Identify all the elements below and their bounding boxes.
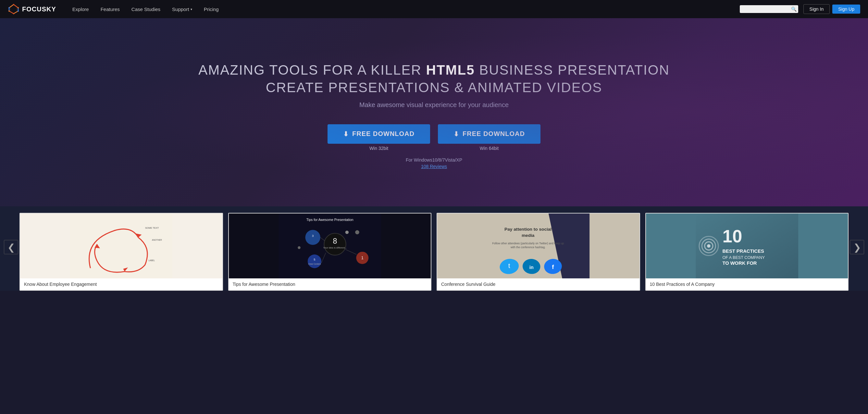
svg-text:Pay attention to social: Pay attention to social <box>504 227 552 232</box>
svg-point-1 <box>13 4 14 5</box>
svg-point-48 <box>707 244 711 248</box>
svg-text:8: 8 <box>333 237 337 245</box>
carousel-card-1[interactable]: SOME TEXT ANOTHER LABEL Know About Emplo… <box>20 213 223 291</box>
svg-text:Your idea is different...: Your idea is different... <box>323 246 347 249</box>
svg-point-3 <box>18 10 19 12</box>
svg-text:LABEL: LABEL <box>148 259 155 261</box>
card-3-art: Pay attention to social media Follow oth… <box>437 214 640 278</box>
compat-text: For Windows10/8/7Vista/XP <box>406 157 462 163</box>
svg-text:Clear Content: Clear Content <box>308 263 321 265</box>
signin-button[interactable]: Sign In <box>803 4 830 14</box>
hero-title-line1: AMAZING TOOLS FOR A KILLER HTML5 BUSINES… <box>198 62 670 78</box>
svg-text:with the conference hashtag.: with the conference hashtag. <box>510 246 545 249</box>
logo[interactable]: FOCUSKY <box>8 3 56 15</box>
nav-item-explore[interactable]: Explore <box>66 0 95 18</box>
card-1-image: SOME TEXT ANOTHER LABEL <box>20 214 222 278</box>
download-icon-2: ⬇ <box>454 130 459 138</box>
download-win32-group: ⬇ FREE DOWNLOAD Win 32bit <box>328 124 430 151</box>
download-win64-group: ⬇ FREE DOWNLOAD Win 64bit <box>438 124 540 151</box>
nav-item-case-studies[interactable]: Case Studies <box>126 0 166 18</box>
carousel-card-3[interactable]: Pay attention to social media Follow oth… <box>437 213 640 291</box>
svg-text:10: 10 <box>722 226 742 246</box>
card-1-art: SOME TEXT ANOTHER LABEL <box>20 214 222 278</box>
svg-text:5: 5 <box>314 258 315 261</box>
nav-item-pricing[interactable]: Pricing <box>198 0 225 18</box>
hero-section: AMAZING TOOLS FOR A KILLER HTML5 BUSINES… <box>0 18 868 206</box>
download-icon: ⬇ <box>343 130 349 138</box>
svg-point-16 <box>305 230 320 245</box>
card-2-label: Tips for Awesome Presentation <box>229 278 431 290</box>
nav-item-features[interactable]: Features <box>95 0 126 18</box>
svg-rect-7 <box>70 214 173 278</box>
svg-text:3: 3 <box>312 234 313 237</box>
hero-download-buttons: ⬇ FREE DOWNLOAD Win 32bit ⬇ FREE DOWNLOA… <box>328 124 540 151</box>
navbar: FOCUSKY Explore Features Case Studies Su… <box>0 0 868 18</box>
nav-item-support[interactable]: Support ▾ <box>166 0 198 18</box>
carousel-inner: SOME TEXT ANOTHER LABEL Know About Emplo… <box>0 213 868 291</box>
svg-text:ANOTHER: ANOTHER <box>152 239 162 241</box>
svg-text:OF A BEST COMPANY: OF A BEST COMPANY <box>722 255 765 260</box>
card-3-image: Pay attention to social media Follow oth… <box>437 214 640 278</box>
svg-point-21 <box>307 254 321 268</box>
reviews-link[interactable]: 108 Reviews <box>421 164 447 169</box>
card-4-image: 10 BEST PRACTICES OF A BEST COMPANY TO W… <box>646 214 848 278</box>
svg-point-30 <box>298 246 300 249</box>
card-2-art: Tips for Awesome Presentation 3 8 Your i… <box>229 214 431 278</box>
svg-text:media: media <box>522 233 535 238</box>
support-dropdown-icon: ▾ <box>190 7 192 11</box>
carousel-card-4[interactable]: 10 BEST PRACTICES OF A BEST COMPANY TO W… <box>645 213 849 291</box>
svg-text:in: in <box>529 265 534 270</box>
svg-text:TO WORK FOR: TO WORK FOR <box>722 260 757 266</box>
svg-text:Follow other attendees (partic: Follow other attendees (particularly on … <box>492 242 564 245</box>
logo-text: FOCUSKY <box>22 5 56 13</box>
win64-label: Win 64bit <box>480 146 499 151</box>
carousel-arrow-left[interactable]: ❮ <box>4 240 18 254</box>
card-1-label: Know About Employee Engagement <box>20 278 222 290</box>
svg-text:t: t <box>508 262 510 269</box>
svg-point-4 <box>13 13 14 14</box>
svg-text:SOME TEXT: SOME TEXT <box>145 226 159 229</box>
card-4-art: 10 BEST PRACTICES OF A BEST COMPANY TO W… <box>646 214 848 278</box>
download-win64-button[interactable]: ⬇ FREE DOWNLOAD <box>438 124 540 144</box>
svg-point-5 <box>8 10 10 12</box>
card-4-label: 10 Best Practices of A Company <box>646 278 848 290</box>
carousel-arrow-right[interactable]: ❯ <box>850 240 864 254</box>
carousel-cards: SOME TEXT ANOTHER LABEL Know About Emplo… <box>20 213 848 291</box>
svg-point-29 <box>345 231 349 234</box>
svg-point-6 <box>8 7 10 8</box>
nav-links: Explore Features Case Studies Support ▾ … <box>66 0 740 18</box>
svg-text:f: f <box>552 263 554 270</box>
card-3-label: Conference Survival Guide <box>437 278 640 290</box>
carousel-card-2[interactable]: Tips for Awesome Presentation 3 8 Your i… <box>228 213 432 291</box>
card-2-image: Tips for Awesome Presentation 3 8 Your i… <box>229 214 431 278</box>
search-icon: 🔍 <box>791 6 797 12</box>
search-box: 🔍 <box>740 5 798 13</box>
svg-point-31 <box>355 230 359 234</box>
svg-text:1: 1 <box>361 256 363 260</box>
svg-point-2 <box>18 7 19 8</box>
signup-button[interactable]: Sign Up <box>832 4 860 13</box>
svg-text:BEST PRACTICES: BEST PRACTICES <box>722 249 764 254</box>
win32-label: Win 32bit <box>369 146 388 151</box>
carousel-section: ❮ SOME TEXT ANOT <box>0 206 868 291</box>
download-win32-button[interactable]: ⬇ FREE DOWNLOAD <box>328 124 430 144</box>
hero-title-line2: CREATE PRESENTATIONS & ANIMATED VIDEOS <box>266 80 602 95</box>
hero-subtitle: Make awesome visual experience for your … <box>359 101 509 109</box>
svg-text:Tips for Awesome Presentation: Tips for Awesome Presentation <box>306 218 353 222</box>
logo-icon <box>8 3 20 15</box>
search-input[interactable] <box>742 6 791 12</box>
svg-rect-44 <box>695 214 798 278</box>
